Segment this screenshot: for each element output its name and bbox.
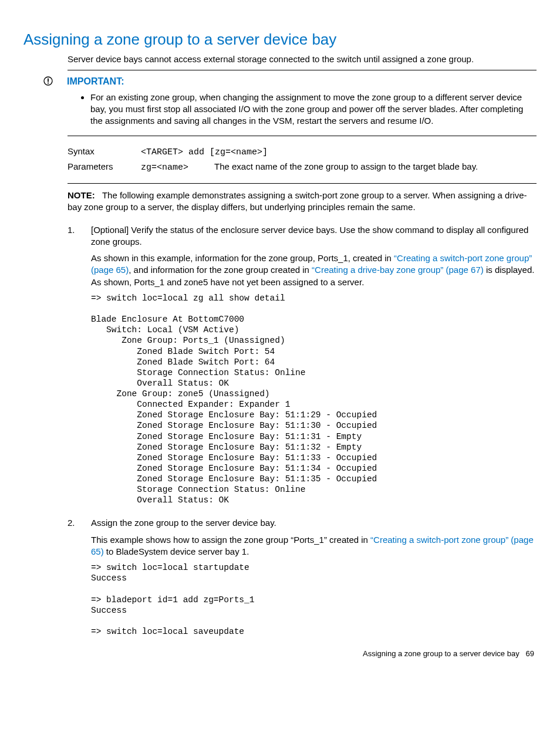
intro-text: Server device bays cannot access externa… (68, 53, 537, 65)
syntax-table: Syntax <TARGET> add [zg=<name>] Paramete… (68, 144, 484, 175)
note-block: NOTE: The following example demonstrates… (68, 190, 537, 214)
parameters-label: Parameters (68, 160, 141, 175)
page-footer: Assigning a zone group to a server devic… (23, 649, 534, 659)
code-block-1: => switch loc=local zg all show detail B… (91, 293, 537, 506)
param-name: zg=<name> (141, 163, 188, 173)
code-block-2: => switch loc=local startupdate Success … (91, 562, 537, 637)
svg-rect-1 (48, 79, 49, 82)
divider (68, 70, 537, 70)
important-icon (43, 76, 53, 89)
note-text: The following example demonstrates assig… (68, 190, 527, 212)
note-label: NOTE: (68, 190, 95, 200)
step-2-intro: Assign the zone group to the server devi… (91, 517, 537, 529)
step-1-detail: As shown in this example, information fo… (91, 252, 537, 288)
step-1-intro: [Optional] Verify the status of the encl… (91, 224, 537, 248)
step-2: Assign the zone group to the server devi… (68, 517, 537, 637)
important-block: IMPORTANT: For an existing zone group, w… (43, 75, 537, 129)
page-title: Assigning a zone group to a server devic… (23, 29, 537, 50)
svg-rect-2 (48, 83, 49, 84)
param-desc: The exact name of the zone group to assi… (214, 160, 484, 175)
divider (68, 136, 537, 136)
steps-list: [Optional] Verify the status of the encl… (68, 224, 537, 637)
link-drive-bay-zone-group[interactable]: “Creating a drive-bay zone group” (page … (312, 265, 484, 275)
page-number: 69 (526, 649, 534, 658)
step-1: [Optional] Verify the status of the encl… (68, 224, 537, 506)
footer-text: Assigning a zone group to a server devic… (363, 649, 519, 658)
divider (68, 183, 537, 184)
important-bullet: For an existing zone group, when changin… (90, 92, 537, 127)
syntax-label: Syntax (68, 144, 141, 160)
step-2-detail: This example shows how to assign the zon… (91, 534, 537, 558)
important-label: IMPORTANT: (67, 75, 537, 88)
syntax-code: <TARGET> add [zg=<name>] (141, 147, 268, 157)
